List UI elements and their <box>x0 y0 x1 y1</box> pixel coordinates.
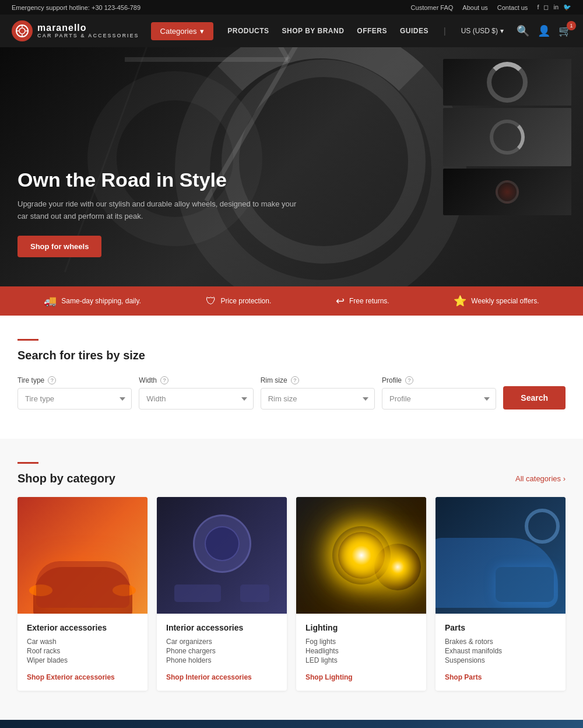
hero-section: Own the Road in Style Upgrade your ride … <box>0 47 583 286</box>
logo-text: maranello CAR PARTS & ACCESSORIES <box>37 23 139 38</box>
tire-type-select[interactable]: Tire type <box>17 388 132 410</box>
hero-thumbnails <box>443 59 571 215</box>
exterior-info: Exterior accessories Car wash Roof racks… <box>17 614 147 691</box>
hero-thumb-3 <box>443 169 571 215</box>
profile-label: Profile ? <box>382 376 496 384</box>
instagram-icon[interactable]: ◻ <box>543 4 549 11</box>
twitter-icon[interactable]: 🐦 <box>563 4 571 11</box>
categories-button[interactable]: Categories ▾ <box>151 22 214 40</box>
nav-offers[interactable]: OFFERS <box>357 27 387 35</box>
hero-content: Own the Road in Style Upgrade your ride … <box>0 168 321 286</box>
list-item: Phone chargers <box>166 646 278 656</box>
tire-search-form: Tire type ? Tire type Width ? Width Rim … <box>17 376 566 410</box>
nav-links: PRODUCTS SHOP BY BRAND OFFERS GUIDES | U… <box>227 24 571 37</box>
support-text: Emergency support hotline: +30 123-456-7… <box>12 4 141 11</box>
tire-type-help-icon[interactable]: ? <box>48 376 56 384</box>
width-select[interactable]: Width <box>139 388 253 410</box>
contact-us-link[interactable]: Contact us <box>497 4 528 11</box>
list-item: Car wash <box>27 637 138 646</box>
parts-shop-link[interactable]: Shop Parts <box>445 673 482 681</box>
benefit-shipping: 🚚 Same-day shipping, daily. <box>44 295 141 307</box>
interior-image <box>157 497 287 614</box>
lighting-image <box>296 497 426 614</box>
nav-products[interactable]: PRODUCTS <box>227 27 269 35</box>
width-field: Width ? Width <box>139 376 253 410</box>
svg-point-1 <box>19 28 25 34</box>
category-header: Shop by category All categories › <box>17 472 566 485</box>
exterior-shop-link[interactable]: Shop Exterior accessories <box>27 673 115 681</box>
thumb-wheel-2 <box>490 120 525 155</box>
category-grid: Exterior accessories Car wash Roof racks… <box>17 497 566 691</box>
rim-size-field: Rim size ? Rim size <box>261 376 375 410</box>
facebook-icon[interactable]: f <box>537 4 539 11</box>
interior-shop-link[interactable]: Shop Interior accessories <box>166 673 252 681</box>
benefit-price-text: Price protection. <box>221 297 272 305</box>
hero-title: Own the Road in Style <box>17 168 303 192</box>
profile-help-icon[interactable]: ? <box>405 376 413 384</box>
logo-main: maranello <box>37 23 139 33</box>
nav-divider: | <box>444 26 446 36</box>
list-item: Car organizers <box>166 637 278 646</box>
rim-size-help-icon[interactable]: ? <box>291 376 299 384</box>
lighting-items: Fog lights Headlights LED lights <box>305 637 417 665</box>
tire-search-button[interactable]: Search <box>503 386 566 410</box>
hero-thumb-2 <box>443 108 571 166</box>
about-us-link[interactable]: About us <box>462 4 487 11</box>
search-section-title: Search for tires by size <box>17 349 566 362</box>
tire-type-field: Tire type ? Tire type <box>17 376 132 410</box>
thumb-wheel-1 <box>487 62 528 103</box>
all-categories-link[interactable]: All categories › <box>515 474 566 483</box>
hero-cta-button[interactable]: Shop for wheels <box>17 236 101 257</box>
nav-shop-by-brand[interactable]: SHOP BY BRAND <box>282 27 345 35</box>
list-item: Exhaust manifolds <box>445 646 556 656</box>
chevron-right-icon: › <box>563 474 566 483</box>
top-bar-right: Customer FAQ About us Contact us f ◻ in … <box>411 4 571 11</box>
interior-name: Interior accessories <box>166 623 278 632</box>
lighting-shop-link[interactable]: Shop Lighting <box>305 673 353 681</box>
benefit-returns-text: Free returns. <box>349 297 389 305</box>
category-interior: Interior accessories Car organizers Phon… <box>157 497 287 691</box>
profile-field: Profile ? Profile <box>382 376 496 410</box>
currency-selector[interactable]: US (USD $) ▾ <box>461 27 504 35</box>
offers-icon: ⭐ <box>454 295 466 307</box>
width-help-icon[interactable]: ? <box>160 376 168 384</box>
search-icon[interactable]: 🔍 <box>517 24 529 37</box>
customer-faq-link[interactable]: Customer FAQ <box>411 4 454 11</box>
category-lighting: Lighting Fog lights Headlights LED light… <box>296 497 426 691</box>
parts-info: Parts Brakes & rotors Exhaust manifolds … <box>436 614 566 691</box>
width-label: Width ? <box>139 376 253 384</box>
thumb-wheel-3 <box>496 180 519 204</box>
benefit-price: 🛡 Price protection. <box>206 295 272 307</box>
rim-size-label: Rim size ? <box>261 376 375 384</box>
list-item: Fog lights <box>305 637 417 646</box>
list-item: Wiper blades <box>27 656 138 665</box>
nav-guides[interactable]: GUIDES <box>400 27 429 35</box>
category-section: Shop by category All categories › Exteri… <box>0 439 583 720</box>
exterior-name: Exterior accessories <box>27 623 138 632</box>
interior-items: Car organizers Phone chargers Phone hold… <box>166 637 278 665</box>
tire-search-section: Search for tires by size Tire type ? Tir… <box>0 316 583 439</box>
category-section-title: Shop by category <box>17 472 115 485</box>
list-item: Phone holders <box>166 656 278 665</box>
cart-icon[interactable]: 🛒 1 <box>559 24 571 37</box>
profile-select[interactable]: Profile <box>382 388 496 410</box>
benefit-offers-text: Weekly special offers. <box>471 297 539 305</box>
benefit-returns: ↩ Free returns. <box>336 295 389 307</box>
hero-thumb-1 <box>443 59 571 106</box>
parts-items: Brakes & rotors Exhaust manifolds Suspen… <box>445 637 556 665</box>
linkedin-icon[interactable]: in <box>553 4 559 11</box>
section-accent <box>17 339 38 341</box>
top-bar: Emergency support hotline: +30 123-456-7… <box>0 0 583 15</box>
list-item: Roof racks <box>27 646 138 656</box>
main-nav: maranello CAR PARTS & ACCESSORIES Catego… <box>0 15 583 47</box>
lighting-info: Lighting Fog lights Headlights LED light… <box>296 614 426 691</box>
list-item: LED lights <box>305 656 417 665</box>
logo[interactable]: maranello CAR PARTS & ACCESSORIES <box>12 20 139 41</box>
parts-name: Parts <box>445 623 556 632</box>
account-icon[interactable]: 👤 <box>538 24 550 37</box>
rim-size-select[interactable]: Rim size <box>261 388 375 410</box>
chevron-down-icon: ▾ <box>500 27 504 35</box>
category-section-accent <box>17 462 38 464</box>
price-icon: 🛡 <box>206 295 216 307</box>
category-parts: Parts Brakes & rotors Exhaust manifolds … <box>436 497 566 691</box>
